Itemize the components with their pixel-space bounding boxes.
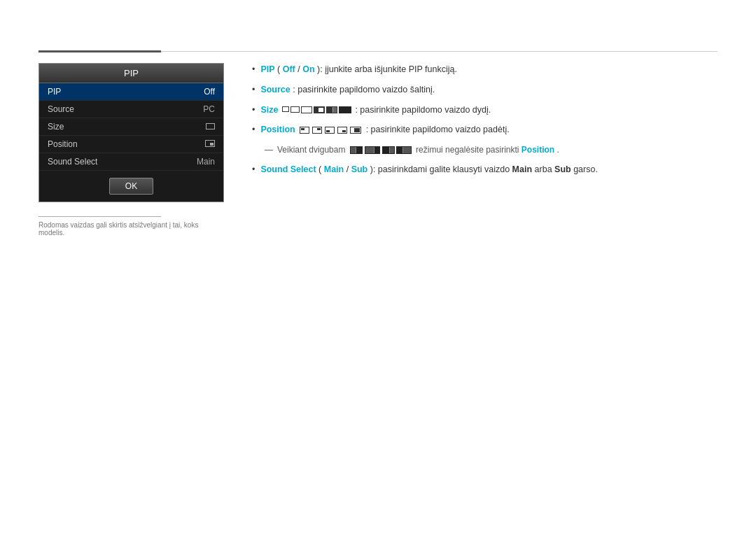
footnote-text: Rodomas vaizdas gali skirtis atsižvelgia… bbox=[38, 221, 224, 237]
bullet-4-content: Position : pasirinkite papildomo vaizdo … bbox=[260, 123, 509, 136]
sub-text: Sub bbox=[554, 164, 571, 174]
double-icon-4 bbox=[396, 146, 412, 154]
pos-icon-side bbox=[350, 127, 361, 134]
size-icon-5 bbox=[326, 106, 337, 113]
size-label: Size bbox=[260, 105, 278, 115]
menu-item-source[interactable]: Source PC bbox=[39, 101, 223, 118]
menu-item-size-value bbox=[206, 122, 215, 132]
position-label: Position bbox=[260, 125, 295, 134]
footnote-divider bbox=[38, 216, 161, 217]
bullet-list: PIP ( Off / On ): įjunkite arba išjunkit… bbox=[252, 63, 718, 136]
pos-icon-bl bbox=[325, 127, 335, 134]
list-item-source: Source : pasirinkite papildomo vaizdo ša… bbox=[252, 83, 718, 97]
menu-item-pip-value: Off bbox=[204, 87, 215, 97]
bullet-2-content: Source : pasirinkite papildomo vaizdo ša… bbox=[260, 83, 435, 97]
menu-item-position-value bbox=[205, 139, 215, 149]
menu-item-sound-select[interactable]: Sound Select Main bbox=[39, 153, 223, 171]
menu-item-source-value: PC bbox=[203, 104, 215, 114]
size-icon-3 bbox=[301, 106, 312, 113]
position-ref-label: Position bbox=[522, 145, 554, 155]
pos-icon-br bbox=[337, 127, 347, 134]
menu-item-sound-select-label: Sound Select bbox=[48, 157, 97, 167]
double-icon-1 bbox=[350, 146, 363, 154]
off-label: Off bbox=[283, 64, 295, 74]
page-container: PIP PIP Off Source PC Size Position bbox=[0, 0, 756, 534]
source-label: Source bbox=[260, 85, 290, 94]
size-icons bbox=[282, 106, 351, 113]
menu-item-sound-select-value: Main bbox=[197, 157, 215, 167]
list-item-pip: PIP ( Off / On ): įjunkite arba išjunkit… bbox=[252, 63, 718, 76]
main-label: Main bbox=[324, 164, 344, 174]
dash-note-content: Veikiant dvigubam režimui negalės bbox=[277, 143, 559, 156]
pos-icon-tl bbox=[300, 127, 309, 134]
pos-icon-tr bbox=[312, 127, 322, 134]
sub-label: Sub bbox=[351, 164, 368, 174]
right-panel: PIP ( Off / On ): įjunkite arba išjunkit… bbox=[252, 63, 718, 183]
size-icon-4 bbox=[314, 106, 325, 113]
bullet-1-content: PIP ( Off / On ): įjunkite arba išjunkit… bbox=[260, 63, 457, 76]
ok-button-row: OK bbox=[39, 171, 223, 202]
divider-thin bbox=[161, 51, 718, 52]
ok-button[interactable]: OK bbox=[109, 178, 153, 195]
menu-item-source-label: Source bbox=[48, 104, 74, 114]
pip-menu-panel: PIP PIP Off Source PC Size Position bbox=[38, 63, 224, 237]
menu-item-size[interactable]: Size bbox=[39, 118, 223, 136]
size-icon-2 bbox=[290, 106, 300, 113]
size-icon-1 bbox=[282, 106, 289, 112]
pip-menu: PIP PIP Off Source PC Size Position bbox=[38, 63, 224, 202]
double-mode-icons bbox=[350, 146, 412, 154]
menu-item-position-label: Position bbox=[48, 139, 78, 149]
position-icons bbox=[299, 127, 362, 134]
list-item-size: Size : pasi bbox=[252, 104, 718, 117]
list-item-sound-select: Sound Select ( Main / Sub ): pasirinkdam… bbox=[252, 163, 718, 176]
main-text: Main bbox=[512, 164, 532, 174]
bullet-3-content: Size : pasi bbox=[260, 104, 491, 117]
double-mode-note: Veikiant dvigubam režimui negalės bbox=[265, 143, 718, 156]
menu-item-pip-label: PIP bbox=[48, 87, 61, 97]
double-icon-3 bbox=[382, 146, 395, 154]
pip-label: PIP bbox=[260, 64, 274, 74]
bullet-6-content: Sound Select ( Main / Sub ): pasirinkdam… bbox=[260, 163, 598, 176]
on-label: On bbox=[302, 64, 314, 74]
bullet-list-2: Sound Select ( Main / Sub ): pasirinkdam… bbox=[252, 163, 718, 176]
size-icon-6 bbox=[339, 106, 351, 113]
menu-item-pip[interactable]: PIP Off bbox=[39, 83, 223, 101]
divider-thick bbox=[38, 50, 161, 52]
menu-item-size-label: Size bbox=[48, 122, 64, 132]
list-item-position: Position : pasirinkite papildomo vaizdo … bbox=[252, 123, 718, 136]
pip-menu-title: PIP bbox=[39, 64, 223, 83]
top-divider bbox=[38, 50, 718, 52]
menu-item-position[interactable]: Position bbox=[39, 136, 223, 153]
sound-select-label: Sound Select bbox=[260, 164, 316, 174]
double-icon-2 bbox=[365, 146, 380, 154]
